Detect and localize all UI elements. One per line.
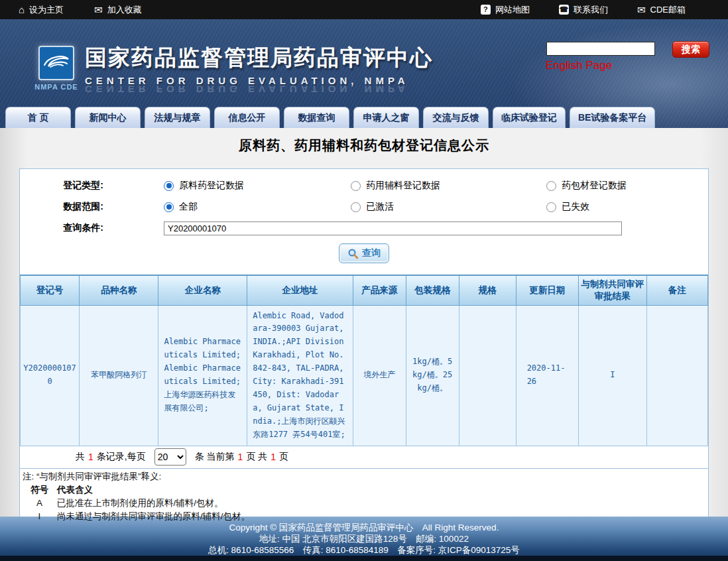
- radio-scope-all[interactable]: 全部: [164, 201, 351, 213]
- query-button-label: 查询: [362, 247, 381, 259]
- add-favorite-label: 加入收藏: [107, 4, 142, 16]
- total-records-count: 1: [88, 452, 93, 462]
- nav-tab-be-platform[interactable]: BE试验备案平台: [570, 107, 655, 128]
- col-header-company: 企业名称: [158, 275, 247, 305]
- total-pages-number: 1: [271, 452, 276, 462]
- pagination-text: 页 共: [246, 451, 267, 463]
- cell-reg-no: Y20200001070: [21, 305, 80, 446]
- results-table: 登记号 品种名称 企业名称 企业地址 产品来源 包装规格 规格 更新日期 与制剂…: [20, 275, 708, 446]
- phone-icon: ☎: [559, 5, 569, 15]
- cell-package-spec: 1kg/桶。5 kg/桶。25 kg/桶。: [406, 305, 459, 446]
- main-content: 原料药、药用辅料和药包材登记信息公示 登记类型: 原料药登记数据 药用辅料登记数…: [0, 128, 728, 517]
- nav-tab-news[interactable]: 新闻中心: [75, 107, 141, 128]
- nav-tab-feedback[interactable]: 交流与反馈: [423, 107, 489, 128]
- sitemap-label: 网站地图: [495, 4, 530, 16]
- col-header-package-spec: 包装规格: [406, 275, 459, 305]
- footer-phone: 总机: 8610-68585566 传真: 8610-68584189 备案序号…: [0, 544, 728, 556]
- pagination-text: 共: [76, 451, 85, 463]
- cell-update-date: 2020-11-26: [516, 305, 578, 446]
- add-favorite-link[interactable]: ✉ 加入收藏: [94, 4, 142, 16]
- site-search-input[interactable]: [546, 42, 655, 56]
- legend-symbol-i: I: [30, 510, 48, 523]
- legend-header: 符号 代表含义: [20, 483, 708, 497]
- nav-tab-info-disclosure[interactable]: 信息公开: [214, 107, 280, 128]
- radio-excipient-data-label: 药用辅料登记数据: [366, 180, 440, 192]
- home-icon: ⌂: [19, 5, 25, 15]
- legend-meaning-a: 已批准在上市制剂使用的原料/辅料/包材。: [57, 497, 223, 510]
- col-header-origin: 产品来源: [353, 275, 406, 305]
- topbar-right-group: ? 网站地图 ☎ 联系我们 ✉ CDE邮箱: [481, 4, 728, 16]
- current-page-number: 1: [238, 452, 243, 462]
- pagination-text: 页: [279, 451, 288, 463]
- radio-api-data[interactable]: 原料药登记数据: [164, 180, 351, 192]
- page-size-select[interactable]: 20: [154, 448, 186, 466]
- radio-scope-activated[interactable]: 已激活: [351, 201, 546, 213]
- footer-bottom-strip: [0, 556, 728, 561]
- nav-tab-data-query[interactable]: 数据查询: [284, 107, 349, 128]
- radio-api-data-icon[interactable]: [164, 181, 174, 191]
- radio-packaging-data[interactable]: 药包材登记数据: [546, 180, 627, 192]
- radio-scope-expired-label: 已失效: [562, 201, 589, 213]
- cell-origin: 境外生产: [353, 305, 406, 446]
- legend-col-symbol: 符号: [30, 483, 48, 497]
- contact-us-label: 联系我们: [574, 4, 608, 16]
- radio-excipient-data-icon[interactable]: [351, 181, 361, 191]
- legend-row-a: A 已批准在上市制剂使用的原料/辅料/包材。: [20, 497, 708, 510]
- cell-remark: [646, 305, 707, 446]
- cell-address: Alembic Road, Vadodara-390003 Gujarat, I…: [247, 305, 353, 446]
- cell-review-result: I: [578, 305, 646, 446]
- pagination-text: 条 当前第: [195, 451, 235, 463]
- radio-scope-expired[interactable]: 已失效: [546, 201, 589, 213]
- legend-meaning-i: 尚未通过与制剂共同审评审批的原料/辅料/包材。: [57, 510, 250, 523]
- query-condition-input[interactable]: [164, 221, 622, 235]
- radio-scope-all-label: 全部: [179, 201, 198, 213]
- footer-copyright: Copyright © 国家药品监督管理局药品审评中心 All Right Re…: [0, 522, 728, 533]
- radio-scope-activated-icon[interactable]: [351, 202, 361, 212]
- query-form: 登记类型: 原料药登记数据 药用辅料登记数据 药包材登记数据: [20, 169, 708, 263]
- pagination-bar: 共 1 条记录,每页 20 条 当前第 1 页 共 1 页: [20, 446, 708, 468]
- site-header: NMPA CDE 国家药品监督管理局药品审评中心 CENTER FOR DRUG…: [0, 19, 728, 128]
- col-header-spec: 规格: [459, 275, 516, 305]
- legend-col-meaning: 代表含义: [57, 483, 93, 497]
- reg-type-options: 原料药登记数据 药用辅料登记数据 药包材登记数据: [164, 180, 627, 192]
- radio-scope-all-icon[interactable]: [164, 202, 174, 212]
- radio-packaging-data-icon[interactable]: [546, 181, 556, 191]
- query-button[interactable]: 查询: [339, 243, 389, 263]
- set-homepage-label: 设为主页: [29, 4, 64, 16]
- nmpa-cde-logo: [38, 46, 74, 80]
- page-title: 原料药、药用辅料和药包材登记信息公示: [0, 137, 728, 155]
- cell-product-name: 苯甲酸阿格列汀: [80, 305, 158, 446]
- contact-us-link[interactable]: ☎ 联系我们: [559, 4, 608, 16]
- reg-type-row: 登记类型: 原料药登记数据 药用辅料登记数据 药包材登记数据: [20, 175, 708, 196]
- nav-tab-home[interactable]: 首 页: [5, 107, 71, 128]
- mail-icon: ✉: [637, 5, 646, 15]
- cell-company: Alembic Pharmaceuticals Limited;Alembic …: [158, 305, 247, 446]
- col-header-update-date: 更新日期: [516, 275, 578, 305]
- pagination-text: 条记录,每页: [97, 451, 146, 463]
- set-homepage-link[interactable]: ⌂ 设为主页: [19, 4, 64, 16]
- col-header-reg-no: 登记号: [21, 275, 80, 305]
- envelope-icon: ✉: [94, 5, 103, 15]
- cde-mail-link[interactable]: ✉ CDE邮箱: [637, 4, 686, 16]
- cde-mail-label: CDE邮箱: [650, 4, 686, 16]
- col-header-address: 企业地址: [247, 275, 353, 305]
- data-scope-options: 全部 已激活 已失效: [164, 201, 589, 213]
- radio-scope-expired-icon[interactable]: [546, 202, 556, 212]
- sitemap-link[interactable]: ? 网站地图: [481, 4, 530, 16]
- nav-tab-regulations[interactable]: 法规与规章: [145, 107, 210, 128]
- site-footer: Copyright © 国家药品监督管理局药品审评中心 All Right Re…: [0, 517, 728, 561]
- radio-excipient-data[interactable]: 药用辅料登记数据: [351, 180, 546, 192]
- nav-tab-applicant-window[interactable]: 申请人之窗: [353, 107, 419, 128]
- english-page-link[interactable]: English Page: [546, 59, 612, 72]
- main-nav: 首 页 新闻中心 法规与规章 信息公开 数据查询 申请人之窗 交流与反馈 临床试…: [0, 107, 728, 128]
- radio-api-data-label: 原料药登记数据: [179, 180, 244, 192]
- site-titles: 国家药品监督管理局药品审评中心 CENTER FOR DRUG EVALUATI…: [85, 43, 433, 95]
- query-button-row: 查询: [20, 243, 708, 263]
- site-title-english-reflection: CENTER FOR DRUG EVALUATION, NMPA: [85, 84, 433, 95]
- query-condition-label: 查询条件:: [20, 222, 103, 234]
- col-header-remark: 备注: [646, 275, 707, 305]
- nav-tab-clinical-trial[interactable]: 临床试验登记: [493, 107, 566, 128]
- question-icon: ?: [481, 5, 491, 15]
- site-search-button[interactable]: 搜索: [672, 41, 709, 58]
- query-panel: 登记类型: 原料药登记数据 药用辅料登记数据 药包材登记数据: [19, 168, 709, 526]
